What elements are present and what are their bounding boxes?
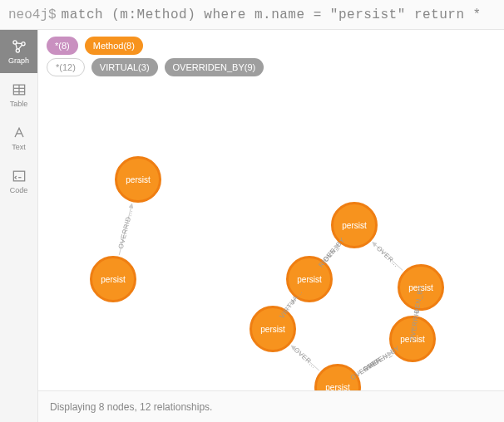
edge-label: VIRT… xyxy=(363,353,388,372)
node-chips-row: *(8) Method(8) xyxy=(38,30,504,58)
rel-chips-row: *(12) VIRTUAL(3) OVERRIDEN_BY(9) xyxy=(38,58,504,80)
chip-method[interactable]: Method(8) xyxy=(85,37,143,55)
graph-icon xyxy=(11,38,27,55)
query-text[interactable]: match (m:Method) where m.name = "persist… xyxy=(62,7,482,22)
svg-line-3 xyxy=(16,43,22,44)
sidebar-item-label: Table xyxy=(10,100,28,108)
graph-canvas[interactable]: persistpersistpersistpersistpersistpersi… xyxy=(38,80,504,390)
sidebar-item-graph[interactable]: Graph xyxy=(0,30,37,73)
sidebar-item-label: Code xyxy=(10,186,28,194)
main: Graph Table Text Code *(8) Method(8) *(1… xyxy=(0,30,504,422)
sidebar-item-label: Text xyxy=(12,143,26,151)
sidebar-item-code[interactable]: Code xyxy=(0,159,37,203)
content: *(8) Method(8) *(12) VIRTUAL(3) OVERRIDE… xyxy=(38,30,504,422)
code-icon xyxy=(11,168,27,184)
chip-all-nodes[interactable]: *(8) xyxy=(47,37,78,55)
svg-line-5 xyxy=(18,45,22,49)
svg-point-0 xyxy=(12,41,16,44)
edge-label: OVER… xyxy=(375,244,400,268)
svg-line-4 xyxy=(15,44,17,50)
edge-label: RIDEN_BY xyxy=(317,236,346,269)
table-icon xyxy=(11,81,27,98)
sidebar-item-label: Graph xyxy=(8,56,29,65)
sidebar-item-text[interactable]: Text xyxy=(0,116,37,159)
chip-all-rels[interactable]: *(12) xyxy=(47,58,85,76)
sidebar: Graph Table Text Code xyxy=(0,30,38,422)
chip-overriden-by[interactable]: OVERRIDEN_BY(9) xyxy=(165,58,264,76)
query-bar: neo4j$ match (m:Method) where m.name = "… xyxy=(0,0,504,30)
svg-rect-10 xyxy=(13,171,24,181)
edge-label: OVER… xyxy=(293,346,319,370)
status-text: Displaying 8 nodes, 12 relationships. xyxy=(50,401,212,413)
chip-virtual[interactable]: VIRTUAL(3) xyxy=(91,58,158,76)
status-footer: Displaying 8 nodes, 12 relationships. xyxy=(38,390,504,422)
prompt-label: neo4j$ xyxy=(8,7,57,22)
svg-point-1 xyxy=(21,42,24,46)
graph-node[interactable]: persist xyxy=(115,156,161,203)
text-icon xyxy=(11,125,27,141)
sidebar-item-table[interactable]: Table xyxy=(0,73,37,116)
graph-node[interactable]: persist xyxy=(90,256,136,302)
edge-label: OVERRID… xyxy=(117,209,134,249)
